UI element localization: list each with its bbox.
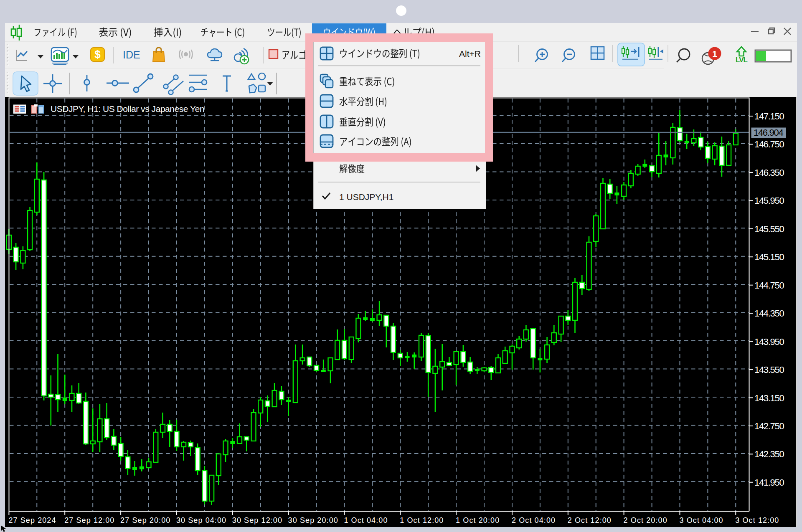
svg-text:143.150: 143.150 — [754, 393, 784, 403]
svg-text:146.904: 146.904 — [754, 127, 783, 138]
svg-text:144.750: 144.750 — [754, 280, 784, 291]
svg-text:3 Oct 04:00: 3 Oct 04:00 — [680, 516, 723, 524]
svg-text:LVL: LVL — [736, 56, 747, 64]
svg-text:146.750: 146.750 — [754, 139, 784, 149]
svg-text:147.150: 147.150 — [754, 111, 784, 122]
svg-text:1 Oct 04:00: 1 Oct 04:00 — [344, 516, 388, 524]
svg-text:146.350: 146.350 — [754, 167, 784, 178]
svg-text:30 Sep 12:00: 30 Sep 12:00 — [232, 516, 282, 524]
svg-text:1 USDJPY,H1: 1 USDJPY,H1 — [339, 192, 393, 202]
svg-text:143.950: 143.950 — [754, 337, 784, 347]
svg-text:27 Sep 12:00: 27 Sep 12:00 — [64, 516, 114, 524]
svg-text:30 Sep 20:00: 30 Sep 20:00 — [288, 516, 338, 524]
svg-text:144.350: 144.350 — [754, 308, 784, 319]
svg-text:142.350: 142.350 — [754, 449, 784, 459]
svg-text:1 Oct 12:00: 1 Oct 12:00 — [400, 516, 444, 524]
svg-text:145.950: 145.950 — [754, 195, 784, 206]
svg-text:143.550: 143.550 — [754, 365, 784, 375]
svg-text:145.150: 145.150 — [754, 252, 784, 262]
svg-text:1: 1 — [712, 49, 717, 58]
svg-text:145.550: 145.550 — [754, 224, 784, 234]
svg-text:2 Oct 04:00: 2 Oct 04:00 — [512, 516, 556, 524]
svg-text:142.750: 142.750 — [754, 421, 784, 431]
svg-text:2 Oct 12:00: 2 Oct 12:00 — [568, 516, 612, 524]
svg-text:30 Sep 04:00: 30 Sep 04:00 — [176, 516, 226, 524]
svg-text:USDJPY, H1: US Dollar vs Japa: USDJPY, H1: US Dollar vs Japanese Yen — [51, 104, 204, 114]
svg-text:141.950: 141.950 — [754, 477, 784, 488]
svg-text:2 Oct 20:00: 2 Oct 20:00 — [624, 516, 667, 524]
svg-text:27 Sep 2024: 27 Sep 2024 — [8, 516, 56, 524]
svg-text:27 Sep 20:00: 27 Sep 20:00 — [120, 516, 170, 524]
svg-text:1 Oct 20:00: 1 Oct 20:00 — [456, 516, 500, 524]
svg-text:3 Oct 12:00: 3 Oct 12:00 — [735, 516, 779, 524]
